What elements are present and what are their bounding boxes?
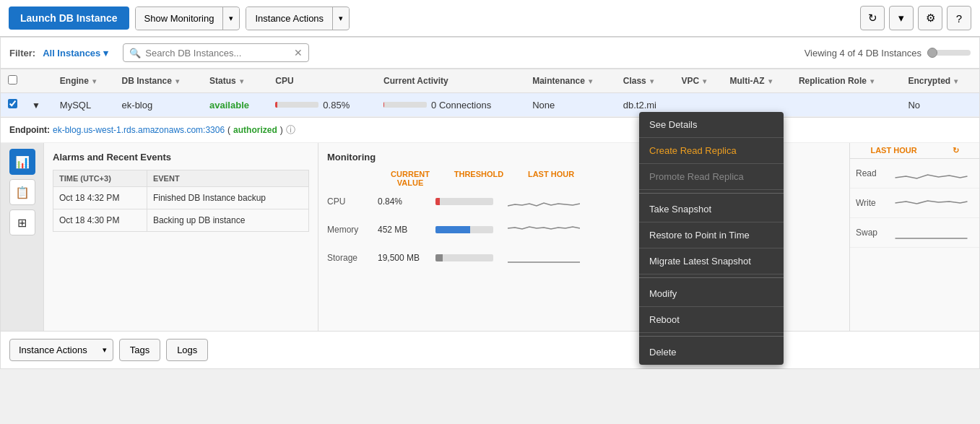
replication-role-col-header[interactable]: Replication Role ▾ [792, 69, 901, 93]
expand-arrow-icon[interactable]: ▼ [32, 100, 40, 111]
row-expand-cell[interactable]: ▼ [25, 93, 53, 117]
alarms-section: Alarms and Recent Events TIME (UTC+3) EV… [44, 143, 318, 331]
bottom-bar: Instance Actions ▾ Tags Logs [1, 331, 979, 368]
cpu-value: 0.85% [323, 100, 350, 111]
row-checkbox[interactable] [8, 99, 17, 108]
top-right-icons: ↻ ▾ ⚙ ? [860, 6, 971, 30]
alarm-event-2: Backing up DB instance [147, 209, 308, 232]
status-col-header[interactable]: Status ▾ [202, 69, 268, 93]
main-area: Filter: All Instances ▾ 🔍 ✕ Viewing 4 of… [0, 37, 980, 369]
alarms-title: Alarms and Recent Events [53, 152, 309, 163]
current-activity-col-header: Current Activity [376, 69, 525, 93]
row-encrypted-cell: No [901, 93, 979, 117]
show-monitoring-dropdown-arrow[interactable]: ▾ [223, 8, 239, 29]
dropdown-arrow-button[interactable]: ▾ [889, 6, 914, 30]
memory-last-hour [508, 220, 580, 239]
instance-actions-dropdown-arrow[interactable]: ▾ [333, 8, 349, 29]
context-menu-migrate-latest-snapshot[interactable]: Migrate Latest Snapshot [639, 248, 784, 274]
alarm-time-2: Oct 18 4:30 PM [53, 209, 147, 232]
context-menu-see-details[interactable]: See Details [639, 112, 784, 138]
class-col-header[interactable]: Class ▾ [616, 69, 675, 93]
search-box: 🔍 ✕ [123, 43, 309, 62]
select-all-checkbox[interactable] [8, 75, 17, 85]
context-menu-take-snapshot[interactable]: Take Snapshot [639, 196, 784, 222]
sidebar-network-icon[interactable]: ⊞ [9, 209, 35, 235]
refresh-readings-icon[interactable]: ↻ [953, 146, 959, 155]
read-row: Read [850, 159, 979, 189]
show-monitoring-split-button[interactable]: Show Monitoring ▾ [135, 7, 240, 30]
refresh-button[interactable]: ↻ [860, 6, 885, 30]
row-cpu-cell: 0.85% [268, 93, 376, 117]
filter-dropdown-arrow: ▾ [103, 48, 108, 59]
context-menu-modify[interactable]: Modify [639, 281, 784, 307]
event-col-header: EVENT [147, 170, 308, 187]
last-hour-readings-header: LAST HOUR [870, 146, 916, 155]
search-clear-icon[interactable]: ✕ [294, 47, 303, 59]
sidebar-list-icon[interactable]: 📋 [9, 179, 35, 205]
bottom-instance-actions-button[interactable]: Instance Actions ▾ [9, 339, 113, 361]
cpu-mon-value: 0.84% [378, 196, 435, 207]
cpu-last-hour [508, 191, 580, 211]
vpc-col-header[interactable]: VPC ▾ [674, 69, 722, 93]
row-maintenance-cell: None [525, 93, 616, 117]
readings-header: LAST HOUR ↻ [850, 143, 979, 159]
instance-actions-button[interactable]: Instance Actions [246, 7, 333, 30]
row-engine-cell: MySQL [53, 93, 115, 117]
search-input[interactable] [145, 48, 290, 59]
select-all-header [1, 69, 25, 93]
activity-value: 0 Connections [431, 100, 491, 111]
db-instances-table: Engine ▾ DB Instance ▾ Status ▾ CPU Curr… [1, 69, 979, 117]
tags-button[interactable]: Tags [119, 339, 160, 361]
write-row: Write [850, 189, 979, 218]
multi-az-col-header[interactable]: Multi-AZ ▾ [722, 69, 791, 93]
instances-slider[interactable] [927, 50, 971, 56]
readings-column: LAST HOUR ↻ Read Write [849, 143, 979, 331]
show-monitoring-button[interactable]: Show Monitoring [136, 7, 224, 30]
endpoint-url[interactable]: ek-blog.us-west-1.rds.amazonaws.com:3306 [53, 125, 225, 135]
time-col-header: TIME (UTC+3) [53, 170, 147, 187]
encrypted-col-header[interactable]: Encrypted ▾ [901, 69, 979, 93]
db-instance-col-header[interactable]: DB Instance ▾ [115, 69, 202, 93]
context-menu-restore-point-in-time[interactable]: Restore to Point in Time [639, 222, 784, 248]
filter-bar: Filter: All Instances ▾ 🔍 ✕ Viewing 4 of… [1, 38, 979, 69]
alarm-time-1: Oct 18 4:32 PM [53, 187, 147, 209]
all-instances-label: All Instances [43, 48, 100, 59]
context-menu-promote-read-replica: Promote Read Replica [639, 164, 784, 190]
search-icon: 🔍 [129, 48, 141, 59]
top-toolbar: Launch DB Instance Show Monitoring ▾ Ins… [0, 0, 980, 37]
table-row[interactable]: ▼ MySQL ek-blog available 0.85% [1, 93, 979, 117]
cpu-threshold-bar [435, 198, 508, 205]
bottom-instance-actions-arrow[interactable]: ▾ [97, 340, 113, 360]
endpoint-label: Endpoint: [9, 125, 50, 135]
maintenance-col-header[interactable]: Maintenance ▾ [525, 69, 616, 93]
viewing-count: Viewing 4 of 4 DB Instances [805, 48, 922, 59]
instance-actions-split-button[interactable]: Instance Actions ▾ [246, 7, 350, 30]
threshold-header: THRESHOLD [443, 170, 515, 187]
logs-button[interactable]: Logs [166, 339, 208, 361]
context-menu-create-read-replica[interactable]: Create Read Replica [639, 138, 784, 164]
alarm-row: Oct 18 4:32 PM Finished DB Instance back… [53, 187, 309, 209]
launch-db-instance-button[interactable]: Launch DB Instance [9, 7, 129, 30]
help-button[interactable]: ? [947, 6, 971, 30]
storage-last-hour [508, 248, 580, 267]
engine-col-header[interactable]: Engine ▾ [53, 69, 115, 93]
endpoint-info-icon[interactable]: ⓘ [286, 124, 295, 137]
viewing-text: Viewing 4 of 4 DB Instances [805, 48, 971, 59]
alarms-table: TIME (UTC+3) EVENT Oct 18 4:32 PM Finish… [53, 170, 309, 232]
storage-label: Storage [327, 253, 378, 263]
row-activity-cell: 0 Connections [376, 93, 525, 117]
bottom-instance-actions-label[interactable]: Instance Actions [10, 339, 96, 360]
cpu-col-header: CPU [268, 69, 376, 93]
storage-mon-value: 19,500 MB [378, 253, 435, 263]
row-db-instance-cell: ek-blog [115, 93, 202, 117]
alarm-event-1: Finished DB Instance backup [147, 187, 308, 209]
all-instances-filter[interactable]: All Instances ▾ [43, 48, 108, 59]
storage-threshold-bar [435, 254, 508, 261]
sidebar-chart-icon[interactable]: 📊 [9, 149, 35, 175]
memory-label: Memory [327, 225, 378, 235]
context-menu-delete[interactable]: Delete [639, 339, 784, 365]
endpoint-status: authorized [233, 125, 277, 135]
memory-mon-value: 452 MB [378, 225, 435, 235]
settings-button[interactable]: ⚙ [918, 6, 942, 30]
context-menu-reboot[interactable]: Reboot [639, 307, 784, 333]
